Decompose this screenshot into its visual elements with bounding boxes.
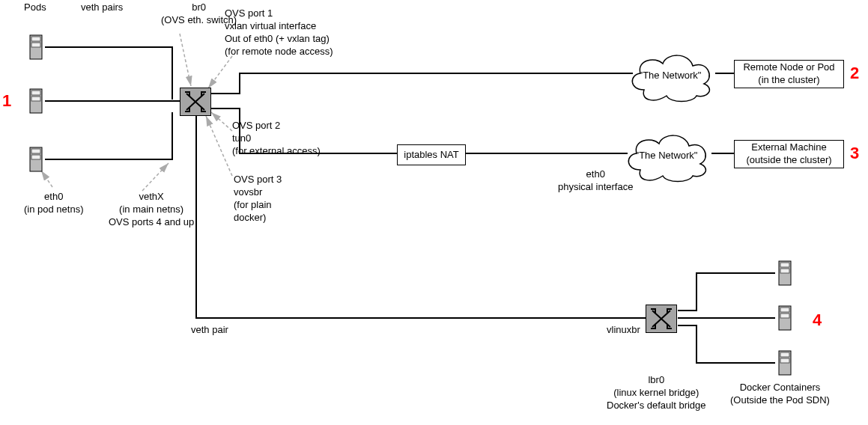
marker-4: 4 bbox=[813, 311, 822, 330]
marker-2: 2 bbox=[850, 64, 859, 83]
iptables-nat-label: iptables NAT bbox=[404, 149, 458, 162]
docker-container-2-icon bbox=[777, 305, 792, 331]
veth-pair-label: veth pair bbox=[191, 324, 228, 337]
svg-line-1 bbox=[208, 56, 232, 88]
pod-server-2-icon bbox=[28, 88, 43, 114]
remote-node-label: Remote Node or Pod (in the cluster) bbox=[743, 61, 834, 87]
br0-switch-icon bbox=[180, 88, 211, 116]
pod-server-3-icon bbox=[28, 146, 43, 173]
network-cloud-2: "The Network" bbox=[618, 125, 715, 185]
network-cloud-1: "The Network" bbox=[622, 45, 719, 105]
docker-container-1-icon bbox=[777, 260, 792, 287]
svg-line-2 bbox=[211, 112, 232, 131]
docker-container-3-icon bbox=[777, 349, 792, 376]
ovs-port1-label: OVS port 1 vxlan virtual interface Out o… bbox=[225, 7, 333, 58]
svg-line-0 bbox=[180, 34, 191, 86]
svg-line-4 bbox=[41, 171, 52, 187]
svg-rect-17 bbox=[780, 269, 789, 273]
external-machine-label: External Machine (outside the cluster) bbox=[746, 141, 831, 167]
vlinuxbr-label: vlinuxbr bbox=[607, 324, 640, 337]
marker-3: 3 bbox=[850, 144, 859, 163]
network-cloud-2-label: "The Network" bbox=[618, 125, 715, 185]
lbr0-label: lbr0 (linux kernel bridge) Docker's defa… bbox=[607, 374, 706, 412]
veth-pairs-header: veth pairs bbox=[81, 1, 123, 14]
svg-rect-13 bbox=[31, 149, 40, 153]
docker-containers-label: Docker Containers (Outside the Pod SDN) bbox=[730, 382, 830, 407]
lbr0-switch-icon bbox=[646, 305, 677, 333]
external-machine-box: External Machine (outside the cluster) bbox=[734, 140, 844, 168]
pod-server-1-icon bbox=[28, 34, 43, 61]
vethx-label: vethX (in main netns) OVS ports 4 and up bbox=[109, 191, 194, 229]
iptables-nat-box: iptables NAT bbox=[397, 144, 466, 165]
remote-node-box: Remote Node or Pod (in the cluster) bbox=[734, 60, 844, 88]
svg-rect-7 bbox=[31, 37, 40, 41]
pods-header: Pods bbox=[24, 1, 46, 14]
svg-rect-8 bbox=[31, 43, 40, 47]
svg-rect-10 bbox=[31, 91, 40, 95]
svg-rect-20 bbox=[780, 314, 789, 318]
network-cloud-1-label: "The Network" bbox=[622, 45, 719, 105]
svg-line-5 bbox=[142, 163, 169, 191]
svg-line-3 bbox=[206, 116, 232, 176]
ovs-port2-label: OVS port 2 tun0 (for external access) bbox=[232, 120, 321, 158]
marker-1: 1 bbox=[2, 91, 11, 111]
eth0-pod-netns-label: eth0 (in pod netns) bbox=[24, 191, 84, 216]
svg-rect-23 bbox=[780, 358, 789, 363]
ovs-port3-label: OVS port 3 vovsbr (for plain docker) bbox=[234, 174, 282, 224]
svg-rect-22 bbox=[780, 352, 789, 357]
svg-rect-14 bbox=[31, 155, 40, 159]
svg-rect-19 bbox=[780, 308, 789, 312]
svg-rect-11 bbox=[31, 97, 40, 101]
svg-rect-16 bbox=[780, 263, 789, 267]
